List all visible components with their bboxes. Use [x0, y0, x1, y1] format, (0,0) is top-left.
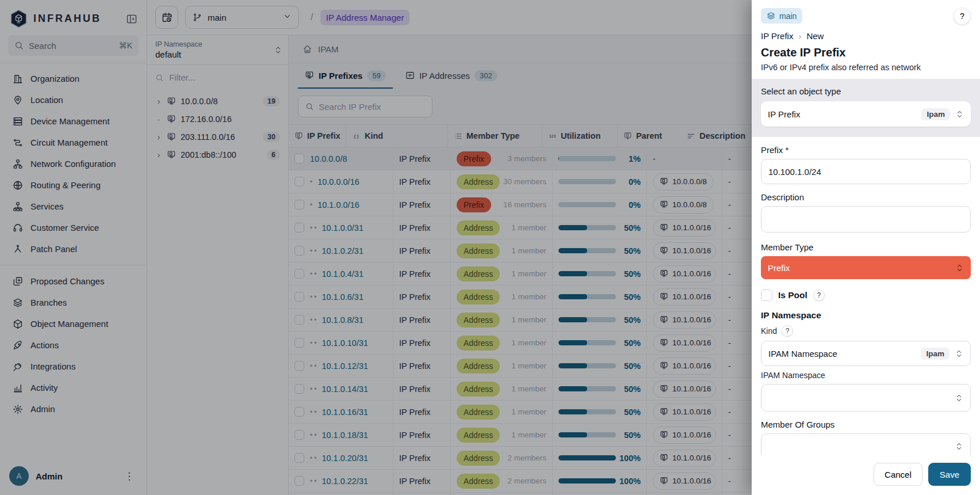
cancel-button[interactable]: Cancel [874, 463, 922, 486]
save-button[interactable]: Save [928, 463, 971, 486]
panel-title: Create IP Prefix [761, 46, 971, 59]
breadcrumb-parent[interactable]: IP Prefix [761, 31, 793, 41]
kind-label: Kind [761, 326, 777, 336]
namespace-kind-select[interactable]: IPAM Namespace Ipam [761, 341, 971, 366]
updown-chevron-icon [955, 349, 963, 358]
object-type-select[interactable]: IP Prefix Ipam [761, 101, 971, 127]
ipam-namespace-select[interactable] [761, 384, 971, 412]
branch-badge: main [761, 8, 802, 24]
updown-chevron-icon [955, 264, 964, 272]
namespace-kind-value: IPAM Namespace [768, 349, 837, 359]
updown-chevron-icon [955, 394, 963, 402]
updown-chevron-icon [955, 442, 963, 451]
updown-chevron-icon [955, 110, 964, 119]
member-of-groups-label: Member Of Groups [761, 420, 971, 429]
prefix-field[interactable] [761, 159, 971, 184]
ip-namespace-section-title: IP Namespace [761, 310, 971, 321]
create-ip-prefix-panel: main ? IP Prefix › New Create IP Prefix … [752, 0, 980, 495]
modal-overlay[interactable] [0, 0, 752, 495]
help-button[interactable]: ? [954, 7, 971, 25]
object-type-section: Select an object type IP Prefix Ipam [752, 79, 980, 137]
is-pool-row: Is Pool ? [761, 290, 971, 301]
create-form: Prefix * Description Member Type Prefix … [752, 137, 980, 455]
kind-label-row: Kind ? [761, 325, 971, 337]
ipam-namespace-label: IPAM Namespace [761, 371, 971, 380]
namespace-kind-badge: Ipam [921, 348, 950, 360]
object-type-value: IP Prefix [768, 109, 800, 119]
panel-subtitle: IPv6 or IPv4 prefix also referred as net… [761, 63, 971, 72]
panel-footer: Cancel Save [752, 455, 980, 495]
panel-header: main ? IP Prefix › New Create IP Prefix … [752, 0, 980, 79]
is-pool-checkbox[interactable] [761, 290, 772, 301]
is-pool-label: Is Pool [778, 290, 807, 300]
chevron-right-icon: › [798, 31, 801, 41]
layers-icon [767, 12, 775, 20]
panel-breadcrumb: IP Prefix › New [761, 31, 971, 41]
branch-badge-label: main [779, 12, 797, 21]
member-type-value: Prefix [768, 263, 790, 273]
breadcrumb-current: New [806, 31, 824, 41]
namespace-kind-badge: Ipam [921, 108, 950, 120]
object-type-label: Select an object type [761, 86, 971, 96]
member-type-field-label: Member Type [761, 242, 971, 252]
is-pool-help-icon[interactable]: ? [813, 290, 825, 301]
kind-help-icon[interactable]: ? [782, 325, 793, 337]
member-of-groups-select[interactable] [761, 433, 971, 455]
description-field-label: Description [761, 192, 971, 202]
description-field[interactable] [761, 206, 971, 233]
member-type-select[interactable]: Prefix [761, 256, 971, 279]
prefix-field-label: Prefix * [761, 145, 971, 155]
